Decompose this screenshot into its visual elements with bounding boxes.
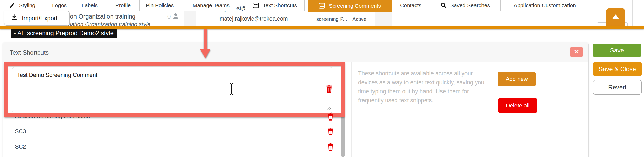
tab-label: Contacts — [400, 2, 421, 8]
tab-contacts[interactable]: Contacts — [395, 0, 426, 11]
paintbrush-icon — [9, 2, 15, 9]
ibeam-cursor — [229, 82, 234, 97]
person-icon — [172, 12, 179, 21]
tab-label: Screening Comments — [329, 3, 381, 9]
org-member-count: 0 — [167, 13, 171, 20]
shortcut-text: Test Demo Screening Comment — [17, 72, 97, 78]
shortcut-row[interactable]: SC3 — [15, 128, 26, 135]
divider — [184, 11, 184, 26]
tab-label: Pin Policies — [146, 2, 174, 8]
tab-label: Application Customization — [514, 2, 576, 8]
delete-shortcut-icon[interactable] — [327, 127, 334, 137]
delete-all-button[interactable]: Delete all — [498, 98, 537, 113]
background-panel — [184, 11, 196, 26]
tab-screening-comments[interactable]: Screening Comments — [308, 0, 392, 12]
modal-title: Text Shortcuts — [10, 49, 49, 56]
tab-logos[interactable]: Logos — [45, 0, 74, 11]
row-divider — [9, 155, 326, 155]
delete-shortcut-icon[interactable] — [326, 84, 333, 94]
search-icon — [440, 2, 447, 8]
shortcut-textarea[interactable]: Test Demo Screening Comment — [12, 67, 332, 113]
revert-button[interactable]: Revert — [593, 80, 642, 95]
shortcut-row[interactable]: SC2 — [15, 143, 26, 150]
delete-shortcut-icon[interactable] — [327, 143, 334, 152]
app-screen: ation Organization training 0 Aviation O… — [0, 0, 644, 157]
user-role: screening P... — [316, 16, 347, 22]
tab-labels[interactable]: Labels — [75, 0, 104, 11]
divider — [632, 0, 633, 26]
tab-label: Saved Searches — [450, 2, 490, 8]
close-icon: ✕ — [574, 48, 579, 56]
tab-saved-searches[interactable]: Saved Searches — [430, 0, 501, 11]
section-divider — [351, 62, 352, 157]
add-new-button[interactable]: Add new — [498, 72, 536, 86]
divider — [642, 0, 642, 26]
tab-label: Text Shortcuts — [263, 2, 297, 8]
user-status: Active — [352, 16, 366, 22]
close-modal-button[interactable]: ✕ — [570, 47, 583, 57]
annotation-arrow-down — [200, 29, 210, 60]
background-panel — [375, 11, 392, 26]
orange-divider-bar — [0, 26, 644, 29]
tab-manage-teams[interactable]: Manage Teams — [186, 0, 236, 11]
row-divider — [9, 141, 326, 141]
list-icon — [318, 2, 325, 9]
import-export-label: Import/Export — [22, 15, 57, 22]
tab-label: Styling — [19, 2, 35, 8]
style-banner: - AF screening Preprod Demo2 style — [11, 29, 117, 38]
tab-profile[interactable]: Profile — [108, 0, 138, 11]
tab-label: Manage Teams — [193, 2, 230, 8]
chevron-up-icon — [611, 13, 621, 22]
tab-styling[interactable]: Styling — [1, 0, 43, 11]
org-row-name: ation Organization training — [63, 13, 135, 20]
resize-grip-icon[interactable] — [327, 105, 331, 112]
tab-text-shortcuts[interactable]: Text Shortcuts — [245, 0, 305, 11]
delete-shortcut-icon[interactable] — [327, 113, 334, 122]
user-email: matej.rajkovic@trekea.com — [219, 15, 288, 22]
save-button[interactable]: Save — [593, 44, 641, 57]
tab-pin-policies[interactable]: Pin Policies — [139, 0, 180, 11]
tab-label: Labels — [82, 2, 98, 8]
import-export-button[interactable]: Import/Export — [4, 11, 70, 26]
tab-application-customization[interactable]: Application Customization — [502, 0, 588, 11]
shortcuts-description: These shortcuts are available across all… — [358, 69, 487, 105]
divider — [374, 11, 374, 26]
text-caret — [98, 71, 98, 78]
modal-header: Text Shortcuts — [3, 43, 588, 62]
list-icon — [252, 2, 259, 9]
tab-label: Logos — [52, 2, 67, 8]
row-divider — [9, 125, 326, 125]
tab-label: Profile — [115, 2, 131, 8]
save-and-close-button[interactable]: Save & Close — [593, 62, 642, 76]
collapse-panel-button[interactable] — [606, 8, 625, 26]
download-icon — [11, 14, 18, 23]
